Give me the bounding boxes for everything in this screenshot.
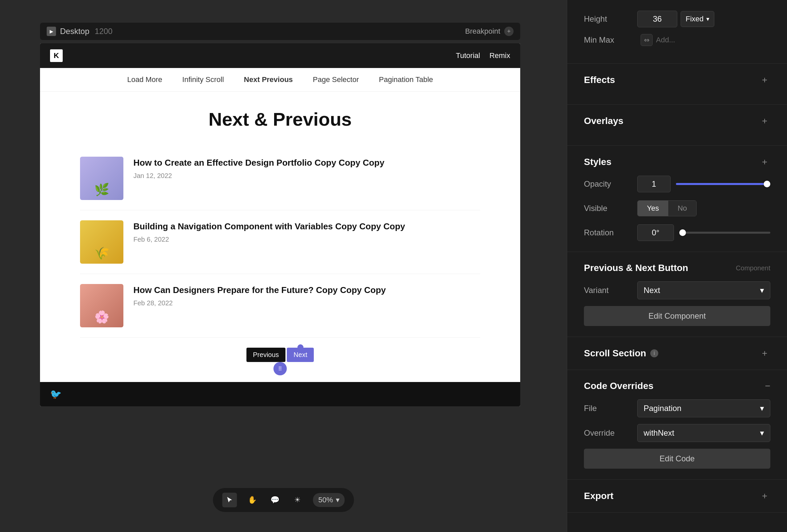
rotation-row: Rotation: [584, 224, 770, 241]
nav-page-selector[interactable]: Page Selector: [313, 75, 359, 84]
override-row: Override withNext ▾: [584, 424, 770, 442]
component-title: Previous & Next Button: [584, 263, 688, 273]
post-list: 🌿 How to Create an Effective Design Port…: [80, 147, 480, 338]
rotation-slider[interactable]: [679, 232, 770, 234]
site-nav: Load More Infinity Scroll Next Previous …: [40, 68, 520, 92]
edit-code-button[interactable]: Edit Code: [584, 449, 770, 469]
effects-add-button[interactable]: +: [759, 74, 770, 86]
overlays-title: Overlays: [584, 116, 623, 126]
zoom-control[interactable]: 50% ▾: [313, 493, 344, 507]
comment-tool[interactable]: 💬: [268, 493, 282, 507]
export-title: Export: [584, 491, 614, 501]
opacity-label: Opacity: [584, 179, 637, 189]
post-info-2: Building a Navigation Component with Var…: [133, 220, 480, 243]
zoom-value: 50%: [318, 496, 333, 504]
styles-title: Styles: [584, 157, 612, 167]
file-row: File Pagination ▾: [584, 399, 770, 417]
nav-next-previous[interactable]: Next Previous: [244, 75, 293, 84]
site-footer: 🐦: [40, 382, 520, 406]
export-header: Export +: [584, 490, 770, 502]
variant-select[interactable]: Next ▾: [637, 281, 770, 299]
twitter-icon[interactable]: 🐦: [50, 389, 62, 400]
effects-section: Effects +: [567, 64, 787, 105]
effects-header: Effects +: [584, 74, 770, 86]
post-item-2: 🌾 Building a Navigation Component with V…: [80, 210, 480, 274]
site-content: Next & Previous 🌿 How to Create an Effec…: [40, 92, 520, 382]
height-row: Height 36 Fixed ▾: [584, 11, 770, 27]
post-title-3[interactable]: How Can Designers Prepare for the Future…: [133, 284, 480, 296]
height-input[interactable]: 36: [637, 11, 677, 27]
scroll-section-left: Scroll Section i: [584, 348, 658, 359]
sun-tool[interactable]: ☀: [290, 493, 305, 507]
overlays-header: Overlays +: [584, 115, 770, 127]
file-value: Pagination: [644, 404, 681, 413]
nav-remix[interactable]: Remix: [490, 51, 510, 60]
override-select[interactable]: withNext ▾: [637, 424, 770, 442]
height-label: Height: [584, 14, 637, 24]
scroll-section-title: Scroll Section: [584, 348, 646, 359]
min-max-label: Min Max: [584, 35, 637, 45]
nav-pagination-table[interactable]: Pagination Table: [379, 75, 433, 84]
export-add-button[interactable]: +: [759, 490, 770, 502]
min-max-icon: ⇔: [641, 34, 653, 46]
nav-infinity-scroll[interactable]: Infinity Scroll: [183, 75, 224, 84]
preview-icon[interactable]: ▶: [47, 27, 56, 36]
scroll-section: Scroll Section i +: [567, 337, 787, 370]
file-chevron-icon: ▾: [760, 404, 764, 413]
post-thumb-1: 🌿: [80, 157, 123, 200]
bottom-toolbar: ✋ 💬 ☀ 50% ▾: [213, 488, 354, 512]
post-info-3: How Can Designers Prepare for the Future…: [133, 284, 480, 307]
drag-handle[interactable]: ⠿: [273, 362, 287, 375]
post-date-2: Feb 6, 2022: [133, 236, 480, 243]
rotation-input[interactable]: [637, 224, 674, 241]
desktop-width: 1200: [95, 27, 112, 36]
page-title: Next & Previous: [80, 108, 480, 130]
visible-yes-button[interactable]: Yes: [638, 201, 668, 216]
post-thumb-3: 🌸: [80, 284, 123, 327]
min-max-placeholder[interactable]: Add...: [656, 36, 675, 44]
browser-frame: K Tutorial Remix Load More Infinity Scro…: [40, 43, 520, 406]
min-max-row: Min Max ⇔ Add...: [584, 34, 770, 46]
opacity-slider[interactable]: [676, 183, 770, 185]
nav-tutorial[interactable]: Tutorial: [456, 51, 480, 60]
canvas-topbar: ▶ Desktop 1200 Breakpoint +: [40, 23, 520, 40]
right-panel: Height 36 Fixed ▾ Min Max ⇔ Add... Effec…: [567, 0, 787, 532]
cursor-tool[interactable]: [222, 493, 237, 507]
styles-add-button[interactable]: +: [759, 156, 770, 168]
nav-load-more[interactable]: Load More: [127, 75, 162, 84]
hand-tool[interactable]: ✋: [245, 493, 259, 507]
opacity-input[interactable]: [637, 176, 671, 192]
previous-button[interactable]: Previous: [247, 348, 286, 362]
post-item-1: 🌿 How to Create an Effective Design Port…: [80, 147, 480, 210]
variant-label: Variant: [584, 286, 637, 295]
opacity-slider-fill: [676, 183, 770, 185]
pagination-bar: Previous Next ⠿: [80, 338, 480, 369]
visible-no-button[interactable]: No: [668, 201, 696, 216]
edit-component-button[interactable]: Edit Component: [584, 306, 770, 326]
scroll-section-add-button[interactable]: +: [759, 348, 770, 359]
rotation-slider-thumb: [679, 229, 686, 236]
browser-chrome: K Tutorial Remix: [40, 43, 520, 68]
breakpoint-plus[interactable]: +: [504, 27, 514, 36]
browser-nav: Tutorial Remix: [456, 51, 510, 60]
post-title-2[interactable]: Building a Navigation Component with Var…: [133, 220, 480, 232]
height-unit-value: Fixed: [686, 15, 704, 23]
overlays-add-button[interactable]: +: [759, 115, 770, 127]
file-select[interactable]: Pagination ▾: [637, 399, 770, 417]
post-date-1: Jan 12, 2022: [133, 172, 480, 180]
post-info-1: How to Create an Effective Design Portfo…: [133, 157, 480, 180]
override-chevron-icon: ▾: [760, 428, 764, 438]
overlays-section: Overlays +: [567, 105, 787, 146]
desktop-label: Desktop: [60, 27, 89, 36]
code-overrides-collapse-button[interactable]: −: [765, 381, 770, 391]
export-section: Export +: [567, 480, 787, 513]
breakpoint-label[interactable]: Breakpoint: [465, 27, 500, 36]
info-icon[interactable]: i: [650, 349, 658, 357]
post-title-1[interactable]: How to Create an Effective Design Portfo…: [133, 157, 480, 169]
height-unit-dropdown[interactable]: Fixed ▾: [681, 11, 714, 27]
pagination-dot: [297, 344, 303, 350]
effects-title: Effects: [584, 75, 615, 85]
post-thumb-2: 🌾: [80, 220, 123, 264]
variant-row: Variant Next ▾: [584, 281, 770, 299]
code-overrides-header: Code Overrides −: [584, 381, 770, 391]
